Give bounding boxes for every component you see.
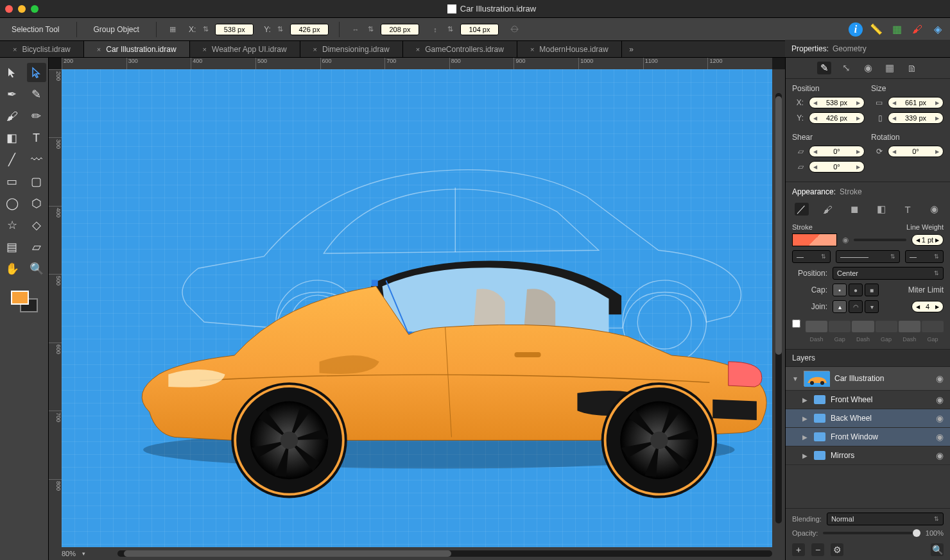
rounded-rect-tool[interactable]: ▢ [27, 172, 46, 191]
stroke-color-swatch[interactable] [792, 233, 837, 246]
disclosure-icon[interactable]: ▶ [802, 415, 809, 422]
move-tool[interactable] [3, 63, 22, 82]
rotation-field[interactable]: ◀0°▶ [888, 146, 944, 157]
group-object-button[interactable]: Group Object [87, 25, 146, 34]
stroke-position-combo[interactable]: Center⇅ [833, 267, 944, 280]
disclosure-icon[interactable]: ▼ [792, 375, 799, 382]
close-icon[interactable]: × [97, 46, 101, 53]
brush-tool[interactable]: 🖌 [3, 106, 22, 126]
stepper-icon[interactable]: ⇅ [275, 25, 286, 34]
disclosure-icon[interactable]: ▶ [802, 396, 809, 403]
curve-tool[interactable]: 〰 [27, 150, 46, 169]
miterlimit-field[interactable]: ◀4▶ [911, 301, 944, 312]
grid-tab-icon[interactable]: ▦ [883, 62, 897, 74]
eraser-tool[interactable]: ◧ [3, 128, 22, 148]
car-illustration[interactable] [62, 69, 772, 547]
edit-tab-icon[interactable]: ✎ [817, 62, 831, 74]
fill-tab-icon[interactable]: ◼ [847, 203, 861, 216]
page-tab-icon[interactable]: 🗎 [904, 62, 919, 74]
size-h-field[interactable]: ◀339 px▶ [888, 112, 944, 124]
stroke-tab-icon[interactable]: ／ [795, 203, 809, 216]
width-field[interactable]: 208 px [381, 24, 419, 35]
pos-x-field[interactable]: ◀538 px▶ [809, 97, 865, 108]
diamond-tool[interactable]: ◇ [27, 216, 46, 235]
zoom-tool[interactable]: 🔍 [27, 259, 46, 278]
disclosure-icon[interactable]: ▶ [802, 452, 809, 459]
zoom-level[interactable]: 80% [62, 550, 76, 557]
stepper-icon[interactable]: ⇅ [365, 25, 377, 34]
tab-car-illustration[interactable]: ×Car Illustration.idraw [84, 41, 190, 57]
line-tool[interactable]: ╱ [3, 150, 22, 169]
selection-tool[interactable] [27, 63, 46, 82]
tab-weather-app[interactable]: ×Weather App UI.idraw [190, 41, 300, 57]
y-field[interactable]: 426 px [290, 24, 329, 35]
close-icon[interactable]: × [13, 46, 17, 53]
blend-tab-icon[interactable]: ◉ [861, 62, 875, 74]
pencil-tool[interactable]: ✏ [27, 106, 46, 126]
close-icon[interactable]: × [416, 46, 420, 53]
pos-y-field[interactable]: ◀426 px▶ [809, 112, 865, 124]
paint-icon[interactable]: 🖌 [910, 22, 924, 37]
visibility-toggle[interactable]: ◉ [842, 235, 849, 244]
text-tool[interactable]: T [27, 128, 46, 148]
fill-color-well[interactable] [11, 291, 29, 305]
height-field[interactable]: 104 px [460, 24, 499, 35]
tabs-overflow[interactable]: » [622, 41, 641, 57]
hand-tool[interactable]: ✋ [3, 259, 22, 278]
size-w-field[interactable]: ◀661 px▶ [888, 97, 944, 108]
end-arrow-combo[interactable]: —⇅ [905, 250, 944, 263]
close-icon[interactable]: × [530, 46, 534, 53]
grid-icon[interactable]: ▦ [890, 22, 904, 37]
tab-gamecontrollers[interactable]: ×GameControllers.idraw [403, 41, 517, 57]
layer-mirrors[interactable]: ▶ Mirrors ◉ [786, 446, 950, 465]
scrollbar-horizontal[interactable] [117, 550, 772, 557]
shadow-tab-icon[interactable]: ◧ [874, 203, 888, 216]
layer-back-wheel[interactable]: ▶ Back Wheel ◉ [786, 409, 950, 428]
nib-tool[interactable]: ✎ [27, 85, 46, 104]
blending-combo[interactable]: Normal⇅ [827, 513, 944, 525]
ellipse-tool[interactable]: ◯ [3, 194, 22, 213]
pen-tool[interactable]: ✒ [3, 85, 22, 104]
start-arrow-combo[interactable]: —⇅ [792, 250, 831, 263]
align-icon[interactable]: ▦ [167, 25, 178, 34]
text-tab-icon[interactable]: T [901, 203, 915, 216]
cap-square[interactable]: ■ [865, 284, 879, 296]
brush-tab-icon[interactable]: 🖌 [821, 203, 835, 216]
dash-gap-fields[interactable] [806, 321, 944, 332]
shear-h-field[interactable]: ◀0°▶ [809, 146, 865, 157]
close-icon[interactable]: × [203, 46, 207, 53]
add-layer-button[interactable]: + [792, 543, 805, 556]
close-window-button[interactable] [5, 5, 13, 13]
join-miter[interactable]: ▴ [833, 300, 847, 313]
stepper-icon[interactable]: ⇅ [200, 25, 211, 34]
tab-bicyclist[interactable]: ×Bicyclist.idraw [0, 41, 84, 57]
tab-modernhouse[interactable]: ×ModernHouse.idraw [517, 41, 622, 57]
stepper-icon[interactable]: ⇅ [445, 25, 456, 34]
search-layer-button[interactable]: 🔍 [931, 543, 944, 556]
polygon-tool[interactable]: ⬡ [27, 194, 46, 213]
visibility-icon[interactable]: ◉ [936, 450, 944, 461]
star-tool[interactable]: ☆ [3, 216, 22, 235]
layer-front-wheel[interactable]: ▶ Front Wheel ◉ [786, 391, 950, 409]
info-icon[interactable]: i [849, 22, 863, 37]
visibility-icon[interactable]: ◉ [936, 413, 944, 423]
join-round[interactable]: ◠ [849, 300, 863, 313]
shear-tool[interactable]: ▱ [27, 237, 46, 257]
maximize-window-button[interactable] [31, 5, 39, 13]
tab-dimensioning[interactable]: ×Dimensioning.idraw [300, 41, 403, 57]
shear-v-field[interactable]: ◀0°▶ [809, 161, 865, 173]
close-icon[interactable]: × [313, 46, 317, 53]
ruler-horizontal[interactable]: 200300400500600700800900100011001200 [62, 58, 772, 69]
layers-icon[interactable]: ◈ [931, 22, 945, 37]
disclosure-icon[interactable]: ▶ [802, 434, 809, 441]
rectangle-tool[interactable]: ▭ [3, 172, 22, 191]
layer-master[interactable]: ▼ Car Illustration ◉ [786, 367, 950, 391]
lock-aspect-icon[interactable]: ⦵ [509, 25, 521, 34]
weight-slider[interactable] [854, 239, 906, 241]
opacity-slider[interactable] [823, 532, 920, 534]
color-wells[interactable] [9, 289, 40, 314]
x-field[interactable]: 538 px [215, 24, 254, 35]
layer-front-window[interactable]: ▶ Front Window ◉ [786, 428, 950, 446]
layer-options-button[interactable]: ⚙ [831, 543, 843, 556]
minimize-window-button[interactable] [18, 5, 26, 13]
